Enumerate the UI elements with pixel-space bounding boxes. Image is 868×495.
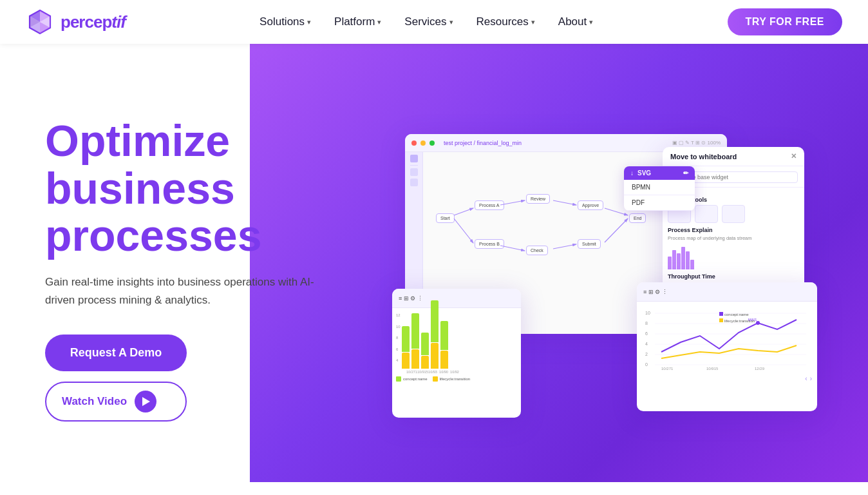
svg-text:10: 10 xyxy=(645,311,650,315)
svg-text:4: 4 xyxy=(645,342,648,346)
svg-text:0: 0 xyxy=(645,362,648,367)
svg-line-15 xyxy=(605,218,628,242)
export-title-label: SVG xyxy=(637,170,651,177)
hero-right: test project / financial_log_min ▣ ▢ ✎ T… xyxy=(335,89,868,450)
mini-process-chart xyxy=(668,244,799,269)
expand-dot xyxy=(429,141,435,146)
bar-1b xyxy=(402,353,410,369)
chart-header: ≡ ⊞ ⚙ ⋮ xyxy=(637,282,817,302)
nav-resources[interactable]: Resources ▾ xyxy=(466,10,545,34)
bar-group-1 xyxy=(402,326,410,369)
barchart-legend: concept:name lifecycle:transition xyxy=(396,374,517,382)
barchart-header: ≡ ⊞ ⚙ ⋮ xyxy=(392,289,521,308)
process-explain-desc: Process map of underlying data stream xyxy=(668,235,799,241)
barchart-controls: ≡ ⊞ ⚙ ⋮ xyxy=(399,295,514,302)
nav-services[interactable]: Services ▾ xyxy=(394,10,463,34)
bar-2b xyxy=(411,349,419,369)
hero-subtitle: Gain real-time insights into business op… xyxy=(45,273,335,308)
chart-prev[interactable]: ‹ xyxy=(805,375,807,382)
bar-chart-window: ≡ ⊞ ⚙ ⋮ 12 10 8 6 4 xyxy=(392,289,521,418)
try-free-button[interactable]: TRY FOR FREE xyxy=(728,8,842,35)
dashboard-mockup: test project / financial_log_min ▣ ▢ ✎ T… xyxy=(386,134,798,405)
panel-close-icon[interactable]: ✕ xyxy=(791,152,797,160)
svg-line-12 xyxy=(454,218,473,243)
tool-icon-2 xyxy=(695,205,718,223)
brand-name: perceptif xyxy=(61,12,126,32)
svg-rect-31 xyxy=(719,312,723,316)
sidebar-icon-2 xyxy=(410,168,418,176)
bar-4a xyxy=(431,300,439,342)
export-pdf[interactable]: PDF xyxy=(624,195,695,211)
bar-group-2 xyxy=(411,313,419,369)
chart-next[interactable]: › xyxy=(810,375,812,382)
play-triangle xyxy=(142,397,150,406)
throughput-label: Throughput Time xyxy=(668,273,799,280)
hero-left: Optimize business processes Gain real-ti… xyxy=(0,66,335,473)
svg-line-11 xyxy=(605,208,628,215)
flow-arrows xyxy=(429,162,648,291)
chart-controls: ≡ ⊞ ⚙ ⋮ xyxy=(643,289,811,295)
logo-icon xyxy=(26,8,54,36)
panel-title-bar: Move to whiteboard ✕ xyxy=(663,147,804,166)
logo[interactable]: perceptif xyxy=(26,8,126,36)
barchart-body: 12 10 8 6 4 xyxy=(392,308,521,385)
y-labels: 12 10 8 6 4 xyxy=(396,312,401,364)
bar-group-3 xyxy=(421,333,429,369)
hero-buttons: Request A Demo Watch Video xyxy=(45,335,335,422)
watch-video-button[interactable]: Watch Video xyxy=(45,382,187,422)
line-chart-window: ≡ ⊞ ⚙ ⋮ 10 8 6 4 2 0 10/271 10/915 xyxy=(637,282,817,411)
svg-rect-33 xyxy=(719,318,723,322)
tool-icon-3 xyxy=(722,205,745,223)
sidebar-icon-1 xyxy=(410,155,418,162)
pf-node-6: Process B xyxy=(475,239,504,249)
services-chevron-icon: ▾ xyxy=(449,18,453,26)
download-icon: ↓ xyxy=(630,170,634,177)
nav-platform[interactable]: Platform ▾ xyxy=(324,10,392,34)
bar-1a xyxy=(402,326,410,352)
play-icon xyxy=(135,391,156,412)
legend-2-label: lifecycle:transition xyxy=(440,377,470,381)
svg-text:MAS: MAS xyxy=(748,318,757,322)
legend-2: lifecycle:transition xyxy=(433,376,470,382)
pf-node-7: Check xyxy=(526,246,548,255)
chart-body: 10 8 6 4 2 0 10/271 10/915 12/29 xyxy=(637,302,817,387)
bar-group-5 xyxy=(440,321,448,369)
nav-about[interactable]: About ▾ xyxy=(548,10,603,34)
pf-node-3: Review xyxy=(526,194,550,204)
pf-node-1: Start xyxy=(436,213,455,223)
svg-text:2: 2 xyxy=(645,352,648,356)
process-flow: Start Process A Review Approve End Proce… xyxy=(429,162,648,291)
close-dot xyxy=(411,141,417,146)
legend-2-color xyxy=(433,376,438,382)
pf-node-8: Submit xyxy=(578,239,601,249)
export-dropdown: ↓ SVG ✏ BPMN PDF xyxy=(624,166,695,211)
export-bpmn[interactable]: BPMN xyxy=(624,180,695,195)
bar-3a xyxy=(421,333,429,355)
svg-line-8 xyxy=(454,208,473,215)
bar-3b xyxy=(421,356,429,369)
bar-chart-bars xyxy=(402,317,448,369)
bar-2a xyxy=(411,313,419,349)
svg-text:10/915: 10/915 xyxy=(706,367,719,371)
legend-1: concept:name xyxy=(396,376,428,382)
nav-solutions[interactable]: Solutions ▾ xyxy=(249,10,321,34)
svg-line-9 xyxy=(500,200,525,205)
export-header: ↓ SVG ✏ xyxy=(624,166,695,180)
navbar: perceptif Solutions ▾ Platform ▾ Service… xyxy=(0,0,868,44)
resources-chevron-icon: ▾ xyxy=(531,18,535,26)
hero-section: Optimize business processes Gain real-ti… xyxy=(0,44,868,495)
pf-node-2: Process A xyxy=(475,200,504,210)
svg-line-10 xyxy=(553,200,576,205)
pf-node-5: End xyxy=(629,213,646,223)
solutions-chevron-icon: ▾ xyxy=(307,18,311,26)
bar-4b xyxy=(431,343,439,369)
chart-nav: ‹ › xyxy=(642,375,812,382)
svg-text:12/29: 12/29 xyxy=(755,367,765,371)
legend-1-label: concept:name xyxy=(403,377,428,381)
window-path: test project / financial_log_min xyxy=(444,140,522,146)
request-demo-button[interactable]: Request A Demo xyxy=(45,335,187,371)
about-chevron-icon: ▾ xyxy=(589,18,593,26)
svg-text:10/271: 10/271 xyxy=(661,367,674,371)
process-explain-label: Process Explain xyxy=(668,227,799,233)
legend-1-color xyxy=(396,376,401,382)
